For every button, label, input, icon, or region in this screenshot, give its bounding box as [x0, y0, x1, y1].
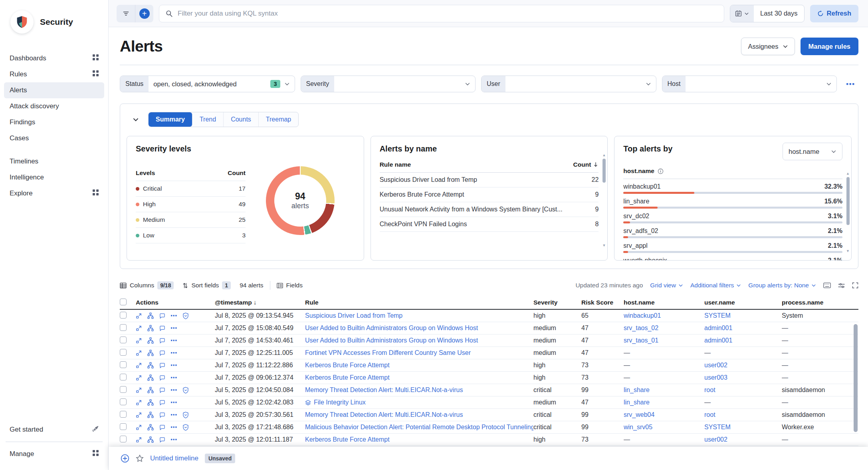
more-actions-icon[interactable]	[171, 389, 177, 391]
more-actions-icon[interactable]	[171, 426, 177, 428]
alert-host[interactable]: —	[624, 349, 704, 356]
alert-user[interactable]: root	[704, 386, 782, 394]
expand-icon[interactable]	[136, 412, 142, 418]
alert-timestamp[interactable]: Jul 7, 2025 @ 09:06:12.374	[215, 374, 305, 381]
star-icon[interactable]	[136, 454, 144, 462]
expand-icon[interactable]	[136, 362, 142, 368]
alert-rule-link[interactable]: Kerberos Brute Force Attempt	[305, 436, 390, 443]
expand-icon[interactable]	[136, 387, 142, 393]
alert-rule-link[interactable]: Kerberos Brute Force Attempt	[305, 374, 390, 381]
col-risk-score[interactable]: Risk Score	[581, 299, 624, 306]
add-filter-icon[interactable]: +	[135, 5, 153, 22]
analyzer-tree-icon[interactable]	[147, 337, 154, 344]
analyzer-tree-icon[interactable]	[147, 387, 154, 393]
severity-row[interactable]: Low 3	[136, 228, 246, 243]
row-checkbox[interactable]	[120, 337, 127, 343]
columns-button[interactable]: Columns 9/18	[120, 281, 174, 289]
alert-host[interactable]: srv_taos_02	[624, 325, 704, 332]
row-checkbox[interactable]	[120, 374, 127, 380]
sidebar-item-findings[interactable]: Findings	[4, 114, 104, 130]
assignees-button[interactable]: Assignees	[741, 38, 795, 55]
alert-timestamp[interactable]: Jul 8, 2025 @ 09:13:54.945	[215, 312, 305, 319]
more-actions-icon[interactable]	[171, 339, 177, 342]
scroll-down-icon[interactable]: ▼	[846, 249, 850, 253]
alerts-by-name-row[interactable]: Unusual Network Activity from a Windows …	[380, 202, 599, 217]
alert-host[interactable]: winbackup01	[624, 312, 704, 319]
top-alert-row[interactable]: srv_appl 2.1%	[623, 242, 842, 253]
tab-counts[interactable]: Counts	[224, 112, 259, 127]
alert-timestamp[interactable]: Jul 7, 2025 @ 12:25:11.005	[215, 349, 305, 356]
analyzer-tree-icon[interactable]	[147, 374, 154, 381]
comment-icon[interactable]	[159, 400, 165, 406]
fullscreen-icon[interactable]	[852, 282, 858, 289]
alert-timestamp[interactable]: Jul 3, 2025 @ 12:01:11.187	[215, 436, 305, 443]
select-all-checkbox[interactable]	[120, 299, 127, 305]
severity-filter[interactable]: Severity	[301, 76, 476, 92]
sidebar-item-manage[interactable]: Manage	[4, 445, 104, 463]
expand-icon[interactable]	[136, 375, 142, 381]
endpoint-shield-icon[interactable]	[182, 313, 189, 319]
analyzer-tree-icon[interactable]	[147, 399, 154, 406]
analyzer-tree-icon[interactable]	[147, 362, 154, 368]
alert-user[interactable]: admin001	[704, 337, 782, 344]
expand-icon[interactable]	[136, 424, 142, 430]
alert-timestamp[interactable]: Jul 7, 2025 @ 11:12:22.886	[215, 362, 305, 369]
scroll-up-icon[interactable]: ▲	[846, 171, 850, 175]
analyzer-tree-icon[interactable]	[147, 325, 154, 331]
plus-circle-icon[interactable]	[121, 454, 129, 463]
alert-host[interactable]: —	[624, 362, 704, 369]
sort-desc-icon[interactable]	[593, 162, 598, 167]
top-alerts-scrollbar[interactable]	[846, 177, 850, 225]
more-filters-icon[interactable]	[842, 82, 858, 86]
group-alerts-button[interactable]: Group alerts by: None	[748, 282, 816, 289]
col-timestamp[interactable]: @timestamp ↓	[215, 299, 305, 306]
alert-rule-link[interactable]: File Integrity Linux	[314, 399, 366, 406]
alert-host[interactable]: srv_taos_01	[624, 337, 704, 344]
more-actions-icon[interactable]	[171, 315, 177, 317]
alert-rule-link[interactable]: User Added to Builtin Administrators Gro…	[305, 337, 478, 344]
alert-user[interactable]: user002	[704, 362, 782, 369]
top-alert-row[interactable]: winbackup01 32.3%	[623, 183, 842, 194]
alert-rule-link[interactable]: Fortinet VPN Accesses From Different Cou…	[305, 349, 471, 356]
alert-user[interactable]: user002	[704, 436, 782, 443]
top-alert-row[interactable]: lin_share 15.6%	[623, 198, 842, 209]
expand-icon[interactable]	[136, 400, 142, 406]
scroll-down-icon[interactable]: ▼	[602, 243, 606, 247]
expand-icon[interactable]	[136, 338, 142, 344]
sidebar-item-attack-discovery[interactable]: Attack discovery	[4, 98, 104, 114]
row-checkbox[interactable]	[120, 386, 127, 393]
row-checkbox[interactable]	[120, 324, 127, 331]
analyzer-tree-icon[interactable]	[147, 424, 154, 430]
top-alert-row[interactable]: srv_dc02 3.1%	[623, 213, 842, 223]
endpoint-shield-icon[interactable]	[182, 412, 189, 418]
col-severity[interactable]: Severity	[533, 299, 581, 306]
alert-timestamp[interactable]: Jul 7, 2025 @ 15:08:40.549	[215, 325, 305, 332]
alert-rule-link[interactable]: Malicious Behavior Detection Alert: Pote…	[305, 424, 533, 431]
status-filter[interactable]: Status open, closed, acknowledged 3	[120, 76, 295, 92]
security-logo-icon[interactable]	[10, 10, 34, 34]
alert-host[interactable]: srv_web04	[624, 411, 704, 418]
more-actions-icon[interactable]	[171, 376, 177, 379]
alert-rule-link[interactable]: Suspicious Driver Load from Temp	[305, 312, 402, 319]
alert-user[interactable]: SYSTEM	[704, 312, 782, 319]
additional-filters-button[interactable]: Additional filters	[690, 282, 741, 289]
grid-view-button[interactable]: Grid view	[650, 282, 683, 289]
sidebar-item-cases[interactable]: Cases	[4, 130, 104, 146]
table-scrollbar[interactable]	[854, 324, 858, 432]
keyboard-shortcuts-icon[interactable]	[823, 283, 831, 288]
tab-summary[interactable]: Summary	[149, 112, 192, 127]
comment-icon[interactable]	[159, 375, 165, 381]
col-host-name[interactable]: host.name	[624, 299, 704, 306]
tab-trend[interactable]: Trend	[192, 112, 224, 127]
alert-host[interactable]: —	[624, 436, 704, 443]
expand-icon[interactable]	[136, 437, 142, 443]
alert-user[interactable]: admin001	[704, 325, 782, 332]
sidebar-item-timelines[interactable]: Timelines	[4, 153, 104, 169]
more-actions-icon[interactable]	[171, 364, 177, 366]
analyzer-tree-icon[interactable]	[147, 412, 154, 418]
comment-icon[interactable]	[159, 412, 165, 418]
manage-rules-button[interactable]: Manage rules	[801, 38, 858, 55]
host-filter[interactable]: Host	[662, 76, 837, 92]
top-alerts-field-select[interactable]: host.name	[783, 143, 842, 160]
alert-user[interactable]: root	[704, 411, 782, 418]
